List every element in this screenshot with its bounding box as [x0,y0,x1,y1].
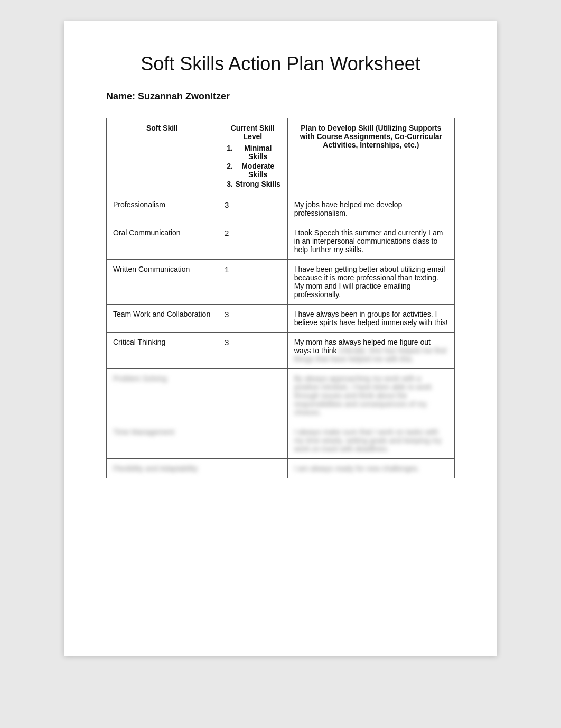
level-cell: 1 [218,260,287,305]
table-row: Written Communication1I have been gettin… [107,260,455,305]
header-level: Current Skill Level Minimal Skills Moder… [218,118,287,195]
level-cell: 2 [218,223,287,260]
header-plan: Plan to Develop Skill (Utilizing Support… [287,118,454,195]
plan-cell: I took Speech this summer and currently … [287,223,454,260]
plan-cell: I have been getting better about utilizi… [287,260,454,305]
name-line: Name: Suzannah Zwonitzer [106,91,455,102]
table-row: Problem SolvingBy always approaching my … [107,369,455,422]
level-cell: 3 [218,195,287,223]
level-item-2: Moderate Skills [235,162,281,179]
page-title: Soft Skills Action Plan Worksheet [106,53,455,75]
skill-cell: Team Work and Collaboration [107,305,218,333]
table-row: Time ManagementI always make sure that I… [107,422,455,459]
level-cell: 3 [218,333,287,369]
skill-cell: Time Management [107,422,218,459]
skill-cell: Written Communication [107,260,218,305]
plan-cell: My mom has always helped me figure out w… [287,333,454,369]
plan-cell: I have always been in groups for activit… [287,305,454,333]
level-item-3: Strong Skills [235,180,281,188]
level-cell [218,422,287,459]
plan-cell: I always make sure that I work on tasks … [287,422,454,459]
table-row: Professionalism3My jobs have helped me d… [107,195,455,223]
plan-cell: By always approaching my work with a pos… [287,369,454,422]
skill-cell: Problem Solving [107,369,218,422]
level-cell [218,369,287,422]
level-cell: 3 [218,305,287,333]
worksheet-table: Soft Skill Current Skill Level Minimal S… [106,118,455,478]
table-row: Flexibility and AdaptabilityI am always … [107,459,455,478]
page: Soft Skills Action Plan Worksheet Name: … [64,21,497,656]
table-row: Critical Thinking3My mom has always help… [107,333,455,369]
table-row: Team Work and Collaboration3I have alway… [107,305,455,333]
skill-cell: Flexibility and Adaptability [107,459,218,478]
plan-cell: I am always ready for new challenges. [287,459,454,478]
skill-cell: Professionalism [107,195,218,223]
skill-cell: Oral Communication [107,223,218,260]
plan-cell: My jobs have helped me develop professio… [287,195,454,223]
skill-cell: Critical Thinking [107,333,218,369]
header-skill: Soft Skill [107,118,218,195]
table-row: Oral Communication2I took Speech this su… [107,223,455,260]
level-item-1: Minimal Skills [235,144,281,161]
level-cell [218,459,287,478]
